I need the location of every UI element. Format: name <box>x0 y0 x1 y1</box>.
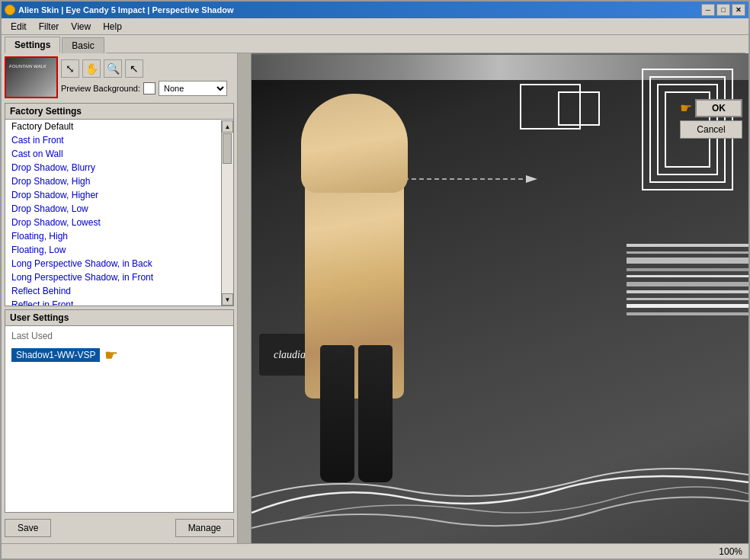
model-figure <box>297 109 419 482</box>
right-leg <box>358 345 393 482</box>
status-bar: 100% <box>2 543 748 558</box>
list-item[interactable]: Drop Shadow, Blurry <box>5 161 233 174</box>
bottom-buttons: Save Manage <box>5 516 234 540</box>
list-item[interactable]: Reflect in Front <box>5 298 233 306</box>
save-button[interactable]: Save <box>5 519 51 537</box>
list-item[interactable]: Long Perspective Shadow, in Back <box>5 257 233 270</box>
list-item[interactable]: Factory Default <box>5 120 233 133</box>
toolbar-area: ⤡ ✋ 🔍 ↖ Preview Background: None Black W… <box>61 59 234 96</box>
selected-item-row: Shadow1-WW-VSP ☛ <box>11 346 227 364</box>
thumbnail-inner: FOUNTAIN WALK <box>6 58 56 97</box>
preview-bg-label: Preview Background: <box>61 84 140 93</box>
list-item[interactable]: Drop Shadow, Low <box>5 202 233 216</box>
user-settings-sublabel: Last Used <box>11 329 227 343</box>
top-border <box>252 53 748 55</box>
menu-help[interactable]: Help <box>97 20 128 34</box>
left-strip <box>238 53 252 543</box>
menu-edit[interactable]: Edit <box>5 20 33 34</box>
cancel-button[interactable]: Cancel <box>680 120 742 139</box>
minimize-button[interactable]: ─ <box>701 4 715 16</box>
list-item[interactable]: Cast on Wall <box>5 147 233 161</box>
factory-settings-list: Factory Default Cast in Front Cast on Wa… <box>5 120 233 306</box>
right-stripes <box>627 244 748 319</box>
preview-canvas[interactable]: claudia <box>252 53 748 543</box>
title-bar-controls: ─ □ ✕ <box>701 4 745 16</box>
maximize-button[interactable]: □ <box>716 4 730 16</box>
tab-basic[interactable]: Basic <box>62 37 104 53</box>
app-icon <box>5 5 15 15</box>
user-settings-header: User Settings <box>5 310 233 326</box>
title-bar-left: Alien Skin | Eye Candy 5 Impact | Perspe… <box>5 5 233 15</box>
selected-user-setting[interactable]: Shadow1-WW-VSP <box>11 348 100 362</box>
tool-arrow-button[interactable]: ⤡ <box>61 59 79 78</box>
main-content: FOUNTAIN WALK ⤡ ✋ 🔍 ↖ Preview Background… <box>2 53 748 543</box>
preview-bg-row: Preview Background: None Black White Che… <box>61 81 234 96</box>
left-leg <box>320 345 354 482</box>
tab-bar: Settings Basic <box>2 35 748 53</box>
svg-marker-1 <box>526 175 537 183</box>
zoom-level: 100% <box>719 546 742 557</box>
user-settings-content: Last Used Shadow1-WW-VSP ☛ <box>5 326 233 367</box>
preset-header: FOUNTAIN WALK ⤡ ✋ 🔍 ↖ Preview Background… <box>5 56 234 98</box>
scroll-track <box>222 133 233 293</box>
menu-filter[interactable]: Filter <box>33 20 66 34</box>
scroll-thumb[interactable] <box>223 133 232 164</box>
rect-shape-2 <box>558 91 600 126</box>
hand-pointer-icon: ☛ <box>104 346 118 364</box>
toolbar-row: ⤡ ✋ 🔍 ↖ <box>61 59 234 78</box>
ok-button[interactable]: OK <box>695 99 742 117</box>
menu-view[interactable]: View <box>65 20 97 34</box>
preset-thumbnail: FOUNTAIN WALK <box>5 56 58 98</box>
coat-hood <box>301 94 408 193</box>
right-panel: claudia <box>238 53 748 543</box>
list-item[interactable]: Drop Shadow, Lowest <box>5 216 233 229</box>
scroll-up-button[interactable]: ▲ <box>222 120 233 133</box>
tab-settings[interactable]: Settings <box>5 37 60 53</box>
list-item[interactable]: Drop Shadow, High <box>5 174 233 188</box>
window-title: Alien Skin | Eye Candy 5 Impact | Perspe… <box>18 5 233 14</box>
menu-bar: Edit Filter View Help <box>2 18 748 35</box>
tool-zoom-button[interactable]: 🔍 <box>104 59 122 78</box>
close-button[interactable]: ✕ <box>732 4 745 16</box>
list-item[interactable]: Floating, Low <box>5 243 233 257</box>
factory-settings-container: Factory Settings Factory Default Cast in… <box>5 103 234 306</box>
left-panel: FOUNTAIN WALK ⤡ ✋ 🔍 ↖ Preview Background… <box>2 53 238 543</box>
tool-hand-button[interactable]: ✋ <box>82 59 101 78</box>
list-item[interactable]: Long Perspective Shadow, in Front <box>5 270 233 284</box>
ok-cancel-area: ☛ OK Cancel <box>680 99 742 139</box>
scroll-down-button[interactable]: ▼ <box>222 293 233 306</box>
main-window: Alien Skin | Eye Candy 5 Impact | Perspe… <box>0 0 750 560</box>
user-settings-container: User Settings Last Used Shadow1-WW-VSP ☛ <box>5 309 234 513</box>
preview-bg-dropdown[interactable]: None Black White Checkerboard <box>159 81 227 96</box>
list-item[interactable]: Drop Shadow, Higher <box>5 188 233 202</box>
title-bar: Alien Skin | Eye Candy 5 Impact | Perspe… <box>2 2 748 18</box>
list-item[interactable]: Cast in Front <box>5 133 233 147</box>
manage-button[interactable]: Manage <box>175 519 234 537</box>
factory-settings-header: Factory Settings <box>5 104 233 120</box>
tool-select-button[interactable]: ↖ <box>125 59 143 78</box>
preview-color-swatch[interactable] <box>143 82 155 94</box>
list-item[interactable]: Floating, High <box>5 229 233 243</box>
ok-row: ☛ OK <box>680 99 742 117</box>
list-scrollbar: ▲ ▼ <box>221 120 233 306</box>
ok-hand-icon: ☛ <box>680 100 692 117</box>
list-item[interactable]: Reflect Behind <box>5 284 233 298</box>
